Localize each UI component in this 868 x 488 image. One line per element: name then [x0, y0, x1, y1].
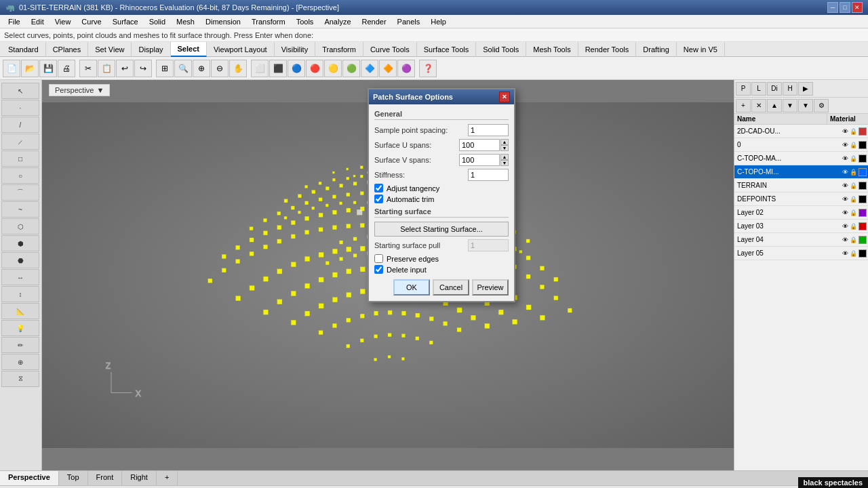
pan-tool[interactable]: ✋	[229, 60, 247, 77]
draft-tool[interactable]: ✏	[1, 337, 39, 353]
viewport[interactable]: Perspective ▼	[42, 80, 734, 470]
layer-visible-icon[interactable]: 👁	[842, 250, 848, 257]
tab-visibility[interactable]: Visibility	[275, 42, 316, 57]
surface-v-down-btn[interactable]: ▼	[500, 160, 509, 166]
layer-row[interactable]: DEFPOINTS 👁 🔒	[734, 192, 868, 206]
render-tool[interactable]: 💡	[1, 320, 39, 336]
expand-icon[interactable]: ▶	[798, 82, 813, 96]
layer-visible-icon[interactable]: 👁	[842, 209, 848, 216]
viewport-tab-+[interactable]: +	[157, 471, 178, 485]
layer-row[interactable]: Layer 05 👁 🔒	[734, 247, 868, 260]
tab-new-in-v5[interactable]: New in V5	[677, 42, 725, 57]
tech-btn[interactable]: 🔶	[379, 60, 397, 77]
menu-item-tools[interactable]: Tools	[291, 16, 319, 27]
print-button[interactable]: 🖨	[58, 60, 75, 77]
sample-point-spacing-input[interactable]	[468, 124, 509, 136]
tab-select[interactable]: Select	[171, 42, 207, 57]
layer-visible-icon[interactable]: 👁	[842, 142, 848, 148]
menu-item-curve[interactable]: Curve	[76, 16, 106, 27]
menu-item-analyze[interactable]: Analyze	[319, 16, 356, 27]
select-starting-surface-button[interactable]: Select Starting Surface...	[374, 222, 509, 237]
new-layer-btn[interactable]: +	[736, 99, 751, 113]
filter-btn[interactable]: ▼	[798, 99, 813, 113]
undo-button[interactable]: ↩	[116, 60, 134, 77]
layer-lock-icon[interactable]: 🔒	[850, 250, 857, 257]
zoom-window[interactable]: 🔍	[174, 60, 192, 77]
solid-tool[interactable]: ⬢	[1, 235, 39, 251]
tab-viewport-layout[interactable]: Viewport Layout	[207, 42, 275, 57]
layer-row[interactable]: 2D-CAD-OU... 👁 🔒	[734, 125, 868, 138]
tab-solid-tools[interactable]: Solid Tools	[476, 42, 526, 57]
zoom-in[interactable]: ⊕	[193, 60, 210, 77]
surface-u-spans-input[interactable]	[459, 139, 500, 151]
up-btn[interactable]: ▲	[767, 99, 782, 113]
analyze-tool[interactable]: 📐	[1, 303, 39, 319]
surface-v-spans-input[interactable]	[459, 154, 500, 166]
menu-item-dimension[interactable]: Dimension	[200, 16, 246, 27]
layer-color-swatch[interactable]	[859, 195, 867, 203]
layer-lock-icon[interactable]: 🔒	[850, 196, 857, 203]
layer-color-swatch[interactable]	[859, 141, 867, 149]
menu-item-edit[interactable]: Edit	[26, 16, 50, 27]
layer-lock-icon[interactable]: 🔒	[850, 223, 857, 230]
menu-item-panels[interactable]: Panels	[392, 16, 426, 27]
layer-row[interactable]: 0 👁 🔒	[734, 138, 868, 152]
layers-tab[interactable]: L	[751, 82, 766, 96]
zoom-extents[interactable]: ⊞	[156, 60, 174, 77]
mesh-tool[interactable]: ⬣	[1, 252, 39, 268]
surface-u-up-btn[interactable]: ▲	[500, 139, 509, 145]
render-preview-btn[interactable]: 🔵	[288, 60, 305, 77]
tab-drafting[interactable]: Drafting	[636, 42, 677, 57]
tab-display[interactable]: Display	[132, 42, 170, 57]
viewport-tab-right[interactable]: Right	[122, 471, 157, 485]
surface-v-up-btn[interactable]: ▲	[500, 154, 509, 160]
point-tool[interactable]: ·	[1, 100, 39, 116]
analysis-btn[interactable]: 🔴	[306, 60, 323, 77]
menu-item-surface[interactable]: Surface	[107, 16, 144, 27]
layer-row[interactable]: Layer 04 👁 🔒	[734, 233, 868, 247]
ghost-btn[interactable]: 🟡	[324, 60, 342, 77]
layer-color-swatch[interactable]	[859, 182, 867, 190]
layer-visible-icon[interactable]: 👁	[842, 223, 848, 230]
tab-mesh-tools[interactable]: Mesh Tools	[526, 42, 578, 57]
layer-row[interactable]: Layer 02 👁 🔒	[734, 206, 868, 220]
layer-visible-icon[interactable]: 👁	[842, 128, 848, 135]
surface-tool[interactable]: ⬡	[1, 218, 39, 235]
redo-button[interactable]: ↪	[134, 60, 152, 77]
line-tool[interactable]: /	[1, 117, 39, 133]
layer-lock-icon[interactable]: 🔒	[850, 209, 857, 216]
layer-lock-icon[interactable]: 🔒	[850, 182, 857, 189]
select-tool[interactable]: ↖	[1, 83, 39, 99]
help-btn[interactable]: ❓	[419, 60, 437, 77]
menu-item-file[interactable]: File	[3, 16, 26, 27]
display-tab[interactable]: Di	[767, 82, 782, 96]
menu-item-transform[interactable]: Transform	[246, 16, 291, 27]
flat-btn[interactable]: 🔷	[361, 60, 378, 77]
tab-render-tools[interactable]: Render Tools	[578, 42, 637, 57]
menu-item-view[interactable]: View	[50, 16, 77, 27]
arc-tool[interactable]: ⌒	[1, 184, 39, 201]
layer-row[interactable]: Layer 03 👁 🔒	[734, 220, 868, 233]
layer-row[interactable]: C-TOPO-MA... 👁 🔒	[734, 152, 868, 165]
dialog-close-button[interactable]: ✕	[499, 92, 510, 102]
settings-btn[interactable]: ⚙	[814, 99, 829, 113]
cut-button[interactable]: ✂	[79, 60, 97, 77]
layer-visible-icon[interactable]: 👁	[842, 182, 848, 189]
tab-cplanes[interactable]: CPlanes	[46, 42, 89, 57]
wireframe-btn[interactable]: ⬜	[251, 60, 269, 77]
layer-color-swatch[interactable]	[859, 249, 867, 258]
circle-tool[interactable]: ○	[1, 167, 39, 184]
adjust-tangency-checkbox[interactable]	[374, 184, 383, 192]
layer-lock-icon[interactable]: 🔒	[850, 237, 857, 243]
tab-set-view[interactable]: Set View	[88, 42, 132, 57]
stiffness-input[interactable]	[468, 169, 509, 181]
properties-tab[interactable]: P	[736, 82, 751, 96]
zoom-out[interactable]: ⊖	[211, 60, 229, 77]
tab-curve-tools[interactable]: Curve Tools	[363, 42, 417, 57]
polyline-tool[interactable]: ⟋	[1, 134, 39, 150]
curve-tool[interactable]: ~	[1, 201, 39, 218]
menu-item-help[interactable]: Help	[425, 16, 452, 27]
layer-visible-icon[interactable]: 👁	[842, 155, 848, 162]
transform-tool[interactable]: ↔	[1, 269, 39, 285]
dim-tool[interactable]: ↕	[1, 286, 39, 302]
